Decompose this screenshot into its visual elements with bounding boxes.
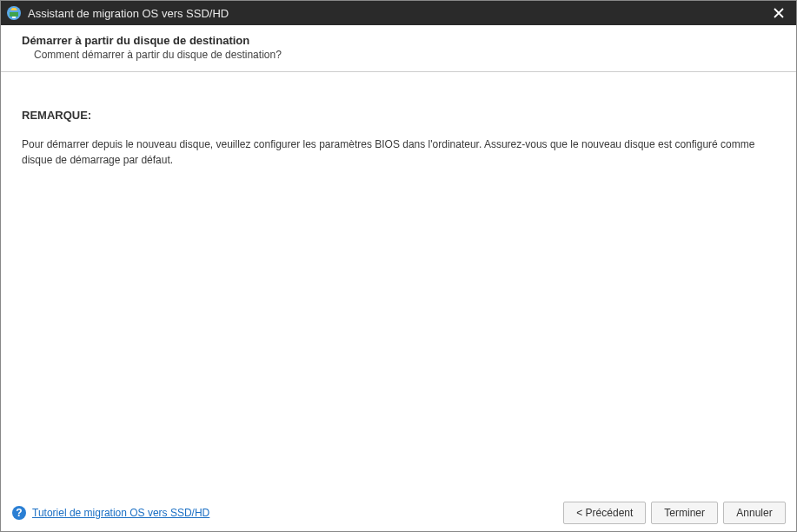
close-button[interactable] — [767, 1, 791, 25]
help-link[interactable]: Tutoriel de migration OS vers SSD/HD — [32, 507, 209, 519]
note-text: Pour démarrer depuis le nouveau disque, … — [22, 136, 775, 168]
footer-buttons: < Précédent Terminer Annuler — [563, 502, 786, 524]
app-icon — [6, 5, 22, 21]
window-title: Assistant de migration OS vers SSD/HD — [28, 7, 767, 20]
back-button[interactable]: < Précédent — [563, 502, 646, 524]
wizard-footer: ? Tutoriel de migration OS vers SSD/HD <… — [1, 495, 796, 531]
wizard-header: Démarrer à partir du disque de destinati… — [1, 25, 796, 72]
content-area: REMARQUE: Pour démarrer depuis le nouvea… — [1, 72, 796, 481]
step-subtitle: Comment démarrer à partir du disque de d… — [22, 49, 775, 61]
cancel-button[interactable]: Annuler — [723, 502, 786, 524]
help-section: ? Tutoriel de migration OS vers SSD/HD — [11, 505, 563, 521]
titlebar: Assistant de migration OS vers SSD/HD — [1, 1, 796, 25]
wizard-window: Assistant de migration OS vers SSD/HD Dé… — [1, 1, 796, 531]
step-title: Démarrer à partir du disque de destinati… — [22, 34, 775, 47]
svg-text:?: ? — [16, 507, 22, 519]
note-label: REMARQUE: — [22, 107, 775, 124]
close-icon — [774, 8, 784, 18]
help-icon: ? — [11, 505, 27, 521]
finish-button[interactable]: Terminer — [651, 502, 718, 524]
